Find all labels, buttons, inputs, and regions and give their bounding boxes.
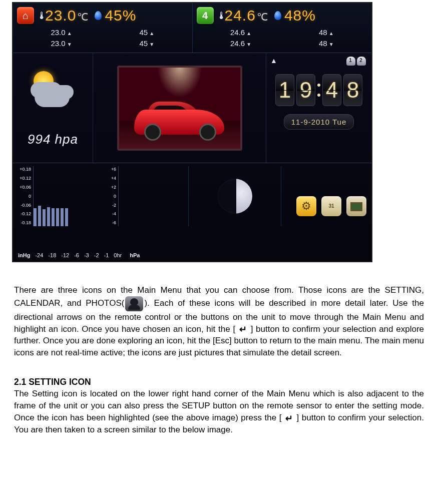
droplet-icon	[95, 11, 102, 20]
date-display: 11-9-2010 Tue	[284, 114, 354, 130]
indoor-humidity: 45%	[105, 5, 136, 26]
moon-phase-panel	[188, 166, 281, 226]
section-heading-2-1: 2.1 SETTING ICON	[14, 376, 424, 388]
channel-4-icon: 4	[197, 7, 214, 24]
main-menu-icons: 31	[286, 166, 366, 226]
photos-inline-icon	[125, 296, 143, 311]
hpa-bargraph: +6 +4 +2 0 -2 -4 -6	[103, 166, 183, 226]
clock-digit-m1: 4	[322, 74, 341, 106]
inhg-bargraph: +0.18 +0.12 +0.06 0 -0.06 -0.12 -0.18	[18, 166, 98, 226]
indoor-temp-low: 23.0	[51, 38, 72, 49]
enter-key-icon: ↵	[284, 414, 294, 423]
sensor-ch4: 4 🌡 24.6℃ 48% 24.6 24.6 48 48	[193, 3, 372, 53]
device-main-screen: ⌂ 🌡 23.0℃ 45% 23.0 23.0 45 45	[12, 2, 372, 262]
flip-clock: 1 9 4 8	[270, 69, 367, 111]
ch4-hum-low: 48	[319, 38, 334, 49]
photo-frame	[117, 66, 242, 151]
clock-panel: ▲ 12 1 9 4 8 11-9-2010 Tue	[266, 53, 371, 163]
hpa-scale: +6 +4 +2 0 -2 -4 -6	[103, 166, 117, 226]
photos-menu-icon[interactable]	[346, 196, 366, 216]
droplet-icon	[274, 11, 281, 20]
weather-partly-cloudy-icon	[31, 67, 76, 112]
ch4-temp-low: 24.6	[230, 38, 251, 49]
alarm-2-icon: 2	[357, 57, 366, 66]
middle-row: 994 hpa ▲ 12	[13, 53, 371, 163]
clock-colon	[317, 84, 320, 97]
weather-panel: 994 hpa	[13, 53, 93, 163]
bottom-row: +0.18 +0.12 +0.06 0 -0.06 -0.12 -0.18	[13, 163, 371, 228]
pressure-reading: 994 hpa	[28, 130, 78, 148]
photo-panel	[93, 53, 266, 163]
calendar-menu-icon[interactable]: 31	[321, 196, 341, 216]
indoor-temp-high: 23.0	[51, 27, 72, 38]
sensor-strip: ⌂ 🌡 23.0℃ 45% 23.0 23.0 45 45	[13, 3, 371, 53]
alarm-1-icon: 1	[346, 57, 355, 66]
setting-menu-icon[interactable]	[296, 196, 316, 216]
alarm-indicators: 12	[346, 56, 367, 66]
thermometer-icon: 🌡	[37, 9, 42, 23]
ch4-temp: 24.6℃	[225, 5, 268, 26]
enter-key-icon: ↵	[238, 325, 248, 334]
thermometer-icon: 🌡	[217, 9, 222, 23]
body-text: There are three icons on the Main Menu t…	[14, 284, 424, 436]
clock-digit-h2: 9	[296, 74, 315, 106]
triangle-up-icon: ▲	[270, 56, 277, 66]
indoor-temp: 23.0℃	[45, 5, 89, 26]
home-icon: ⌂	[17, 7, 34, 24]
ch4-temp-high: 24.6	[230, 27, 251, 38]
indoor-hum-low: 45	[139, 38, 154, 49]
moon-phase-icon	[217, 179, 252, 214]
time-axis: inHg -24 -18 -12 -6 -3 -2 -1 0hr hPa	[18, 252, 143, 259]
clock-digit-h1: 1	[275, 74, 294, 106]
ch4-humidity: 48%	[284, 5, 316, 26]
ch4-hum-high: 48	[319, 27, 334, 38]
sensor-indoor: ⌂ 🌡 23.0℃ 45% 23.0 23.0 45 45	[13, 3, 193, 53]
inhg-scale: +0.18 +0.12 +0.06 0 -0.06 -0.12 -0.18	[18, 166, 32, 226]
inhg-bars	[33, 166, 98, 226]
clock-digit-m2: 8	[343, 74, 362, 106]
indoor-hum-high: 45	[139, 27, 154, 38]
